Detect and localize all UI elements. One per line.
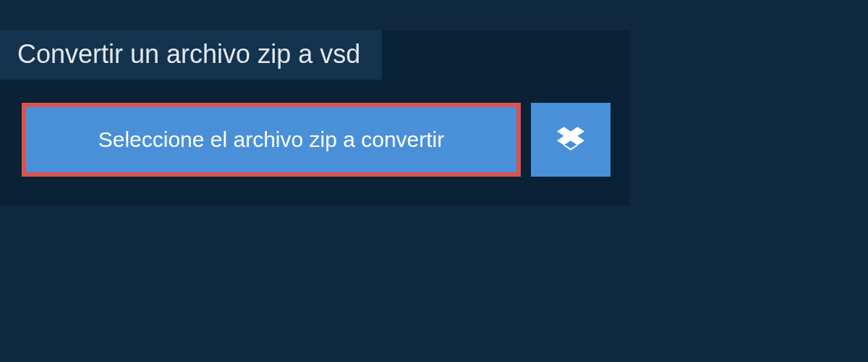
converter-panel: Convertir un archivo zip a vsd Seleccion… xyxy=(0,30,629,206)
page-title-tab: Convertir un archivo zip a vsd xyxy=(0,30,382,80)
select-file-label: Seleccione el archivo zip a convertir xyxy=(98,127,445,152)
page-title: Convertir un archivo zip a vsd xyxy=(17,39,360,69)
select-file-button[interactable]: Seleccione el archivo zip a convertir xyxy=(22,103,521,177)
dropbox-button[interactable] xyxy=(531,103,610,177)
file-select-row: Seleccione el archivo zip a convertir xyxy=(0,80,629,177)
dropbox-icon xyxy=(557,125,584,155)
